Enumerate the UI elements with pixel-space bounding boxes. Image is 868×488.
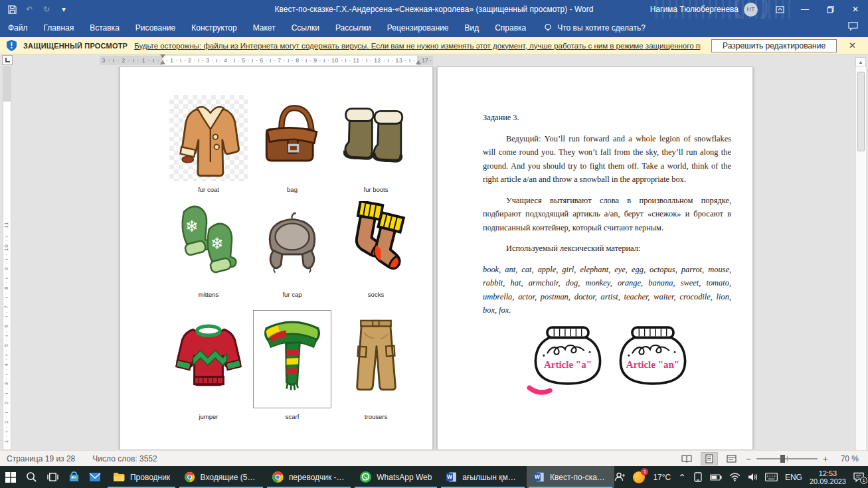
- tab-help[interactable]: Справка: [487, 19, 534, 37]
- banner-close-icon[interactable]: ✕: [843, 41, 861, 50]
- volume-icon[interactable]: [748, 473, 758, 481]
- scarf-image: [253, 310, 331, 408]
- device-icon[interactable]: [693, 472, 703, 482]
- clipart-jumper: jumper: [167, 310, 250, 420]
- scroll-up-button[interactable]: ▲: [855, 57, 866, 66]
- battery-icon[interactable]: [710, 474, 722, 481]
- weather-icon[interactable]: 1: [632, 471, 646, 484]
- ruler-row: 3 · ı · 2 · ı · 1 · ı · ı · 1 · ı · 2 · …: [0, 54, 868, 66]
- clipart-label: socks: [368, 291, 384, 298]
- zoom-in-button[interactable]: +: [823, 453, 828, 464]
- word-icon: W: [534, 471, 545, 483]
- comments-icon[interactable]: [847, 21, 859, 31]
- tab-mailings[interactable]: Рассылки: [327, 19, 379, 37]
- first-line-indent-marker[interactable]: [160, 54, 165, 58]
- save-icon[interactable]: [7, 4, 17, 15]
- snowflake-icon: ❄: [211, 234, 224, 252]
- action-center-icon[interactable]: 1: [853, 472, 864, 482]
- task-view-button[interactable]: [43, 466, 64, 488]
- tab-review[interactable]: Рецензирование: [379, 19, 457, 37]
- language-indicator[interactable]: ENG: [785, 473, 802, 482]
- start-button[interactable]: [0, 466, 21, 488]
- jar-an-label: Article "an": [612, 359, 694, 370]
- taskbar-app-label: ағылшын қмж …: [462, 473, 519, 482]
- taskbar-app-whatsapp[interactable]: WhatsApp Web: [353, 466, 439, 488]
- avatar[interactable]: НТ: [744, 3, 758, 17]
- tab-selector[interactable]: [2, 55, 13, 65]
- zoom-percentage[interactable]: 70 %: [833, 454, 859, 463]
- clipart-label: bag: [287, 186, 298, 193]
- vertical-ruler-margin: [3, 67, 11, 102]
- tray-date: 20.09.2023: [810, 477, 846, 485]
- wifi-icon[interactable]: [729, 473, 740, 481]
- document-page-right: Задание 3. Ведущий: You’ll run forward a…: [437, 66, 753, 450]
- word-count[interactable]: Число слов: 3552: [92, 454, 157, 463]
- tab-layout[interactable]: Макет: [245, 19, 284, 37]
- redo-icon[interactable]: ↻: [41, 4, 52, 15]
- clipart-label: trousers: [365, 413, 387, 420]
- right-indent-marker[interactable]: [416, 60, 421, 64]
- scrollbar-thumb[interactable]: [857, 72, 865, 151]
- taskbar-app-explorer[interactable]: Проводник: [106, 466, 177, 488]
- read-mode-button[interactable]: [678, 452, 695, 465]
- touch-keyboard-icon[interactable]: [765, 473, 778, 481]
- paragraph-students: Учащиеся вытягивают слова в произволльно…: [483, 194, 731, 235]
- zoom-slider-thumb[interactable]: [780, 455, 785, 463]
- microsoft-store-icon[interactable]: [63, 466, 84, 488]
- tell-me-box[interactable]: Что вы хотите сделать?: [543, 23, 646, 33]
- jar-article-a: Article "a": [527, 325, 609, 399]
- tab-view[interactable]: Вид: [456, 19, 487, 37]
- people-icon[interactable]: [614, 472, 625, 482]
- clock[interactable]: 12:53 20.09.2023: [810, 469, 846, 485]
- mail-icon[interactable]: [84, 466, 106, 488]
- customize-qat-icon[interactable]: ▾: [58, 4, 69, 15]
- clipart-label: jumper: [199, 413, 218, 420]
- tell-me-label: Что вы хотите сделать?: [557, 23, 646, 33]
- clipart-mittens: ❄ ❄ mittens: [167, 200, 250, 298]
- minimize-button[interactable]: —: [792, 0, 818, 19]
- tab-references[interactable]: Ссылки: [284, 19, 327, 37]
- tray-chevron-icon[interactable]: ⌃: [678, 472, 686, 483]
- page-indicator[interactable]: Страница 19 из 28: [7, 454, 75, 463]
- restore-button[interactable]: [818, 0, 843, 19]
- task-heading: Задание 3.: [483, 111, 731, 125]
- ribbon-display-options-button[interactable]: [767, 0, 792, 19]
- clipart-label: scarf: [286, 413, 300, 420]
- taskbar-app-chrome-inbox[interactable]: Входящие (525…: [177, 466, 265, 488]
- paragraph-host: Ведущий: You’ll run forward and a whole …: [483, 132, 731, 187]
- protected-view-banner: ЗАЩИЩЕННЫЙ ПРОСМОТР Будьте осторожны: фа…: [0, 37, 868, 54]
- taskbar-app-word-doc1[interactable]: W ағылшын қмж …: [439, 466, 527, 488]
- tab-home[interactable]: Главная: [36, 19, 82, 37]
- zoom-slider[interactable]: [756, 458, 818, 459]
- mittens-image: ❄ ❄: [169, 200, 248, 286]
- tray-time: 12:53: [810, 469, 846, 477]
- chrome-icon: [272, 471, 284, 483]
- temperature[interactable]: 17°C: [653, 473, 671, 482]
- account-name[interactable]: Нагима Тюлюбергенева: [650, 5, 738, 14]
- enable-editing-button[interactable]: Разрешить редактирование: [711, 39, 837, 52]
- close-button[interactable]: ✕: [843, 0, 868, 19]
- jumper-image: [169, 310, 248, 408]
- search-icon[interactable]: [21, 466, 43, 488]
- vertical-scrollbar[interactable]: [855, 66, 866, 450]
- jar-a-label: Article "a": [527, 359, 609, 370]
- taskbar-app-chrome-translator[interactable]: переводчик - …: [265, 466, 353, 488]
- web-layout-button[interactable]: [723, 452, 740, 465]
- hanging-indent-marker[interactable]: [160, 60, 165, 64]
- horizontal-ruler: 3 · ı · 2 · ı · 1 · ı · ı · 1 · ı · 2 · …: [100, 56, 433, 65]
- title-bar: ↶ ↻ ▾ Квест-по-сказке-Г.Х.-Андерсена-«Сн…: [0, 0, 868, 19]
- tab-file[interactable]: Файл: [0, 19, 36, 37]
- taskbar-app-word-active[interactable]: W Квест-по-сказк…: [527, 466, 614, 488]
- print-layout-button[interactable]: [701, 452, 718, 465]
- fur-boots-image: [337, 95, 415, 181]
- undo-icon[interactable]: ↶: [24, 4, 35, 15]
- clipart-fur-coat: fur coat: [167, 95, 250, 193]
- clipart-trousers: trousers: [334, 310, 418, 420]
- clipart-socks: socks: [334, 200, 418, 298]
- tab-draw[interactable]: Рисование: [128, 19, 183, 37]
- zoom-out-button[interactable]: −: [746, 453, 751, 464]
- tab-design[interactable]: Конструктор: [183, 19, 244, 37]
- tab-insert[interactable]: Вставка: [82, 19, 128, 37]
- shield-icon: [7, 40, 17, 51]
- protected-view-message-link[interactable]: Будьте осторожны: файлы из Интернета мог…: [134, 42, 701, 50]
